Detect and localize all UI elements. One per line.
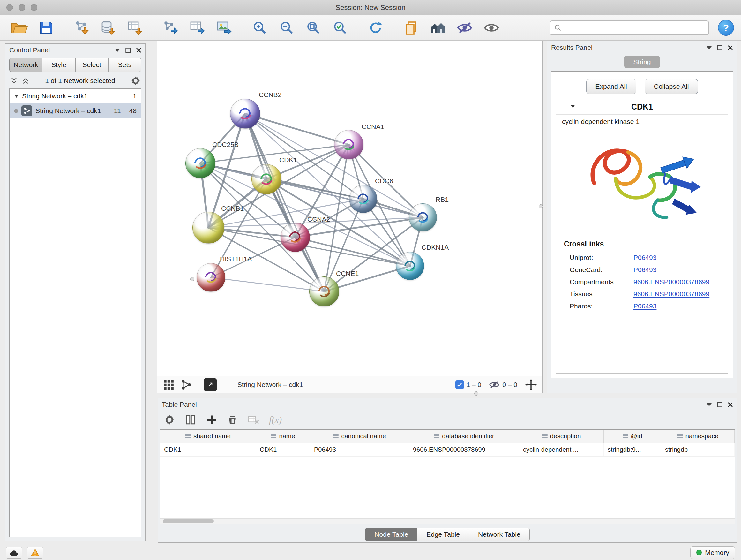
column-header-@id[interactable]: @id bbox=[604, 430, 661, 443]
panel-menu-icon[interactable] bbox=[115, 48, 120, 52]
close-panel-icon[interactable] bbox=[728, 45, 733, 51]
close-panel-icon[interactable] bbox=[136, 48, 141, 53]
splitter-handle[interactable] bbox=[539, 204, 543, 208]
expand-all-button[interactable]: Expand All bbox=[586, 79, 636, 94]
panel-menu-icon[interactable] bbox=[706, 46, 712, 50]
column-header-name[interactable]: name bbox=[256, 430, 310, 443]
birdseye-button[interactable] bbox=[204, 378, 217, 391]
section-caret-icon[interactable] bbox=[570, 105, 576, 108]
cloud-status-button[interactable] bbox=[6, 547, 22, 559]
maximize-window-button[interactable] bbox=[30, 4, 37, 11]
zoom-in-button[interactable] bbox=[247, 18, 272, 38]
import-network-file-button[interactable] bbox=[69, 18, 94, 38]
tab-network[interactable]: Network bbox=[9, 58, 43, 72]
grid-view-icon[interactable] bbox=[162, 379, 175, 391]
crosslink-label: GeneCard: bbox=[569, 266, 633, 273]
tab-node-table[interactable]: Node Table bbox=[365, 528, 417, 541]
collapse-all-icon[interactable] bbox=[10, 77, 18, 84]
tab-edge-table[interactable]: Edge Table bbox=[417, 528, 469, 541]
hide-details-button[interactable] bbox=[452, 18, 477, 38]
node-CCNE1[interactable] bbox=[309, 276, 339, 307]
selected-checkbox-icon[interactable] bbox=[455, 380, 464, 389]
delete-column-icon[interactable] bbox=[227, 414, 238, 426]
memory-button[interactable]: Memory bbox=[690, 546, 735, 559]
tree-caret-icon[interactable] bbox=[14, 95, 19, 98]
node-HIST1H1A[interactable] bbox=[197, 263, 225, 292]
column-header-database-identifier[interactable]: database identifier bbox=[409, 430, 519, 443]
node-CDC6[interactable] bbox=[349, 185, 377, 213]
edge-HIST1H1A-CCNE1[interactable] bbox=[211, 277, 324, 292]
export-table-button[interactable] bbox=[185, 18, 210, 38]
close-window-button[interactable] bbox=[6, 4, 13, 11]
search-icon bbox=[554, 24, 562, 32]
splitter-handle[interactable] bbox=[190, 277, 194, 281]
crosslink-row: Compartments:9606.ENSP00000378699 bbox=[556, 276, 728, 288]
float-panel-icon[interactable] bbox=[125, 48, 131, 53]
node-CCNB1[interactable] bbox=[192, 212, 224, 244]
zoom-selected-button[interactable] bbox=[328, 18, 353, 38]
column-header-namespace[interactable]: namespace bbox=[661, 430, 735, 443]
export-image-button[interactable] bbox=[212, 18, 237, 38]
apply-layout-button[interactable] bbox=[363, 18, 388, 38]
duplicate-window-button[interactable] bbox=[399, 18, 423, 38]
zoom-fit-button[interactable] bbox=[301, 18, 326, 38]
search-input[interactable] bbox=[565, 24, 704, 32]
home-button[interactable] bbox=[425, 18, 450, 38]
node-RB1[interactable] bbox=[409, 203, 437, 232]
tab-sets[interactable]: Sets bbox=[108, 58, 141, 72]
crosslink-value[interactable]: P06493 bbox=[633, 254, 657, 261]
panel-menu-icon[interactable] bbox=[706, 402, 712, 407]
import-network-database-button[interactable] bbox=[96, 18, 121, 38]
crosslink-value[interactable]: P06493 bbox=[633, 302, 657, 310]
hidden-eye-icon[interactable] bbox=[489, 380, 500, 389]
crosslink-value[interactable]: 9606.ENSP00000378699 bbox=[633, 278, 710, 286]
network-canvas[interactable]: CCNB2CCNA1CDC25BCDK1CDC6RB1CCNB1CCNA2CDK… bbox=[157, 41, 542, 376]
save-session-button[interactable] bbox=[34, 18, 59, 38]
network-row[interactable]: String Network – cdk1 11 48 bbox=[10, 104, 141, 118]
warnings-button[interactable] bbox=[27, 547, 44, 559]
pan-crosshair-icon[interactable] bbox=[525, 379, 537, 391]
scrollbar-thumb[interactable] bbox=[163, 519, 214, 523]
show-columns-icon[interactable] bbox=[185, 414, 196, 426]
node-label-HIST1H1A: HIST1H1A bbox=[220, 255, 252, 263]
show-details-button[interactable] bbox=[479, 18, 504, 38]
float-panel-icon[interactable] bbox=[717, 402, 723, 408]
node-CCNA1[interactable] bbox=[334, 130, 363, 159]
column-label: namespace bbox=[685, 433, 718, 440]
collapse-all-button[interactable]: Collapse All bbox=[645, 79, 698, 94]
crosslink-value[interactable]: P06493 bbox=[633, 266, 657, 273]
node-CDK1[interactable] bbox=[252, 164, 281, 194]
tab-style[interactable]: Style bbox=[42, 58, 75, 72]
export-network-button[interactable] bbox=[158, 18, 183, 38]
open-session-button[interactable] bbox=[7, 18, 32, 38]
table-row[interactable]: CDK1CDK1P064939606.ENSP00000378699cyclin… bbox=[160, 443, 735, 456]
table-settings-gear-icon[interactable] bbox=[164, 414, 175, 426]
network-glyph-icon[interactable] bbox=[180, 379, 192, 390]
table-horizontal-scrollbar[interactable] bbox=[160, 518, 735, 523]
gear-icon[interactable] bbox=[131, 76, 141, 86]
network-collection-row[interactable]: String Network – cdk1 1 bbox=[10, 89, 141, 104]
search-field[interactable] bbox=[549, 20, 709, 35]
column-header-shared-name[interactable]: shared name bbox=[160, 430, 256, 443]
help-button[interactable]: ? bbox=[718, 20, 734, 36]
node-CCNB2[interactable] bbox=[230, 99, 260, 129]
minimize-window-button[interactable] bbox=[18, 4, 25, 11]
column-header-description[interactable]: description bbox=[519, 430, 604, 443]
expand-all-icon[interactable] bbox=[21, 77, 30, 84]
node-CCNA2[interactable] bbox=[280, 223, 310, 252]
column-header-canonical-name[interactable]: canonical name bbox=[310, 430, 409, 443]
node-CDKN1A[interactable] bbox=[396, 252, 424, 280]
zoom-out-button[interactable] bbox=[274, 18, 299, 38]
node-CDC25B[interactable] bbox=[185, 148, 215, 178]
crosslink-value[interactable]: 9606.ENSP00000378699 bbox=[633, 290, 710, 298]
tab-network-table[interactable]: Network Table bbox=[469, 528, 530, 541]
float-panel-icon[interactable] bbox=[717, 45, 723, 51]
import-table-button[interactable] bbox=[123, 18, 148, 38]
tab-string[interactable]: String bbox=[624, 56, 661, 68]
edge-CCNB2-CCNE1[interactable] bbox=[245, 114, 324, 292]
splitter-handle[interactable] bbox=[474, 391, 478, 395]
add-column-icon[interactable] bbox=[206, 414, 217, 426]
close-panel-icon[interactable] bbox=[728, 402, 733, 408]
edge-CCNB2-CCNA1[interactable] bbox=[245, 114, 349, 145]
tab-select[interactable]: Select bbox=[75, 58, 109, 72]
